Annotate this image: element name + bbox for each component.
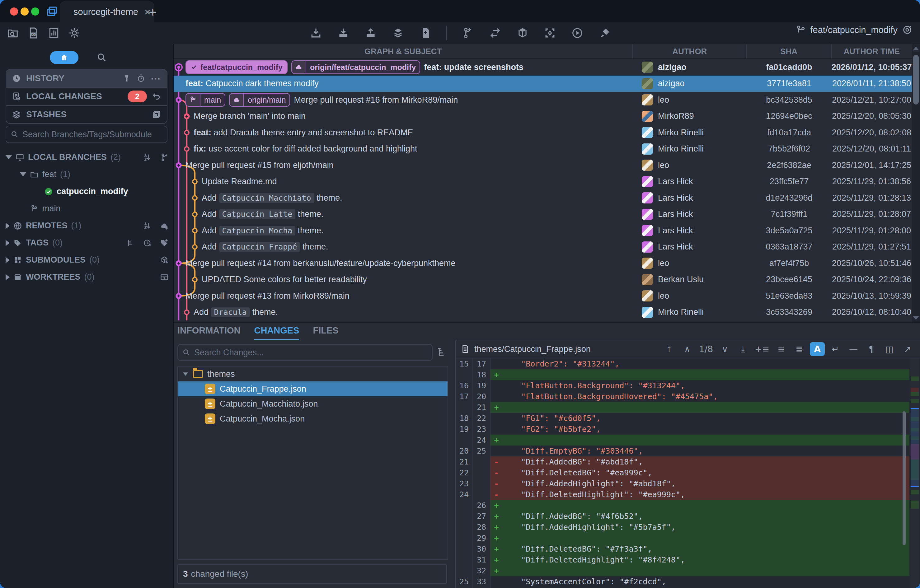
commit-row[interactable]: Add Dracula theme.Mirko Rinelli3c5334326… [174,304,912,320]
tree-folder-themes[interactable]: themes [178,367,447,381]
diff-minimap[interactable] [911,359,919,588]
commit-sha[interactable]: 3771fe3a81 [747,79,831,88]
branch-search-input[interactable]: Search Branches/Tags/Submodule [6,126,167,143]
local-changes-nav-item[interactable]: LOCAL CHANGES 2 [6,87,167,105]
commit-row[interactable]: Merge pull request #13 from MirkoR89/mai… [174,288,912,304]
commit-sha[interactable]: af7ef4f75b [747,258,831,268]
ref-badge[interactable]: origin/main [229,93,290,107]
undo-icon[interactable] [152,92,161,101]
tab-files[interactable]: FILES [313,325,338,340]
scroll-to-bottom-button[interactable]: ⤓ [735,342,750,356]
scan-button[interactable] [541,24,558,41]
commit-sha[interactable]: 2e2f6382ae [747,160,831,170]
caret-right-icon[interactable] [6,257,10,263]
commit-row[interactable]: Add Catpuccin Latte theme.Lars Hick7c1f3… [174,206,912,223]
caret-right-icon[interactable] [6,240,10,246]
sidebar-item-feat[interactable]: feat(1) [0,166,173,183]
run-button[interactable] [569,24,586,41]
word-wrap-button[interactable]: ↵ [828,342,843,356]
commit-sha[interactable]: 3c53343269 [747,307,831,317]
sidebar-item-tags[interactable]: TAGS(0) [0,234,173,251]
file-row[interactable]: ±Catpuccin_Macchiato.json [178,396,447,411]
pull-button[interactable] [335,24,352,41]
sidebar-item-submodules[interactable]: SUBMODULES(0) [0,251,173,268]
commit-sha[interactable]: fa01cadd0b [747,63,831,72]
apply-patch-button[interactable] [417,24,434,41]
new-branch-button[interactable] [459,24,476,41]
toggle-tree-view-icon[interactable] [437,347,447,358]
column-author[interactable]: AUTHOR [633,44,747,58]
scroll-to-top-button[interactable]: ⤒ [662,342,677,356]
cube-add-button[interactable] [160,256,169,265]
commit-sha[interactable]: 12694e0bec [747,111,831,121]
stash-button[interactable] [390,24,407,41]
split-view-button[interactable]: ◫ [882,342,897,356]
more-options-icon[interactable]: ⋯ [151,73,161,84]
commit-row[interactable]: feat: Catpuccin dark themes modifyaiziga… [174,76,912,92]
commit-sha[interactable]: 23ffc5fe77 [747,177,831,186]
sidebar-item-local-branches[interactable]: LOCAL BRANCHES(2) [0,149,173,166]
commit-row[interactable]: Merge pull request #15 from eljoth/mainl… [174,157,912,173]
stashes-nav-item[interactable]: STASHES [6,105,167,123]
minimize-window-button[interactable] [21,8,29,16]
commit-sha[interactable]: 7c1f39fff1 [747,209,831,219]
decrease-context-button[interactable]: ≡ [774,342,789,356]
log-button[interactable]: LOG [25,24,42,41]
search-tab-button[interactable] [97,52,107,63]
diff-scrollbar-thumb[interactable] [902,411,906,545]
ref-badge[interactable]: origin/feat/catpuccin_modify [291,60,420,74]
commit-row[interactable]: fix: use accent color for diff added bac… [174,141,912,157]
push-button[interactable] [362,24,379,41]
commit-row[interactable]: feat: add Dracula theme entry and screen… [174,124,912,141]
sidebar-item-catpuccin-modify[interactable]: catpuccin_modify [0,183,173,200]
home-tab-button[interactable] [50,51,78,64]
new-tab-button[interactable]: + [149,4,157,20]
history-scrollbar[interactable] [912,44,920,322]
column-graph-subject[interactable]: GRAPH & SUBJECT [174,44,633,58]
history-nav-item[interactable]: HISTORY ⋯ [6,70,167,87]
commit-row[interactable]: Add Catpuccin Mocha theme.Lars Hick3de5a… [174,223,912,239]
line-numbers-button[interactable]: ≣ [792,342,807,356]
commit-row[interactable]: Add Catpuccin Frappé theme.Lars Hick0363… [174,239,912,255]
syntax-highlight-button[interactable]: A [810,342,825,356]
current-branch-label[interactable]: feat/catpuccin_modify [810,25,897,35]
sidebar-item-main[interactable]: main [0,200,173,217]
commit-sha[interactable]: 0363a18737 [747,242,831,252]
open-repo-button[interactable] [4,24,21,41]
compare-button[interactable] [487,24,504,41]
clean-button[interactable] [596,24,613,41]
caret-down-icon[interactable] [6,155,12,159]
commit-sha[interactable]: 3de5a0a725 [747,226,831,236]
statistics-button[interactable] [45,24,62,41]
file-row[interactable]: ±Catpuccin_Mocha.json [178,411,447,426]
commit-sha[interactable]: 7b5b2f6f02 [747,144,831,154]
workspace-switcher-icon[interactable] [45,5,58,18]
sidebar-item-worktrees[interactable]: WORKTREES(0) [0,268,173,286]
settings-gear-button[interactable] [66,24,83,41]
commit-row[interactable]: feat/catpuccin_modifyorigin/feat/catpucc… [174,59,912,75]
head-branch-badge[interactable]: feat/catpuccin_modify [186,60,288,74]
tab-information[interactable]: INFORMATION [177,325,240,340]
file-row[interactable]: ±Catpuccin_Frappe.json [178,381,447,396]
scroll-down-arrow[interactable] [913,316,919,320]
open-external-button[interactable]: ↗ [900,342,915,356]
tab-changes[interactable]: CHANGES [254,325,299,340]
commit-sha[interactable]: 23bcee6145 [747,275,831,284]
increase-context-button[interactable]: +≡ [753,342,771,356]
show-symbols-button[interactable]: ¶ [864,342,879,356]
list-button[interactable] [126,239,135,247]
commit-row[interactable]: Merge branch 'main' into mainMirkoR89126… [174,108,912,124]
next-change-button[interactable]: ∨ [718,342,732,356]
branch-add-button[interactable] [160,153,169,162]
commit-sha[interactable]: 51e63eda83 [747,291,831,301]
worktree-add-button[interactable] [160,273,169,281]
caret-down-icon[interactable] [20,172,26,176]
commit-row[interactable]: Merge pull request #14 from berkanuslu/f… [174,255,912,271]
scroll-up-arrow[interactable] [913,47,919,50]
repository-tab[interactable]: sourcegit-theme × [60,1,154,23]
commit-row[interactable]: Update Readme.mdLars Hick23ffc5fe772025/… [174,174,912,190]
commit-row[interactable]: Add Catpuccin Macchiato theme.Lars Hickd… [174,190,912,206]
commit-sha[interactable]: bc342538d5 [747,95,831,105]
refresh-target-icon[interactable] [902,24,912,35]
prev-change-button[interactable]: ∧ [680,342,695,356]
